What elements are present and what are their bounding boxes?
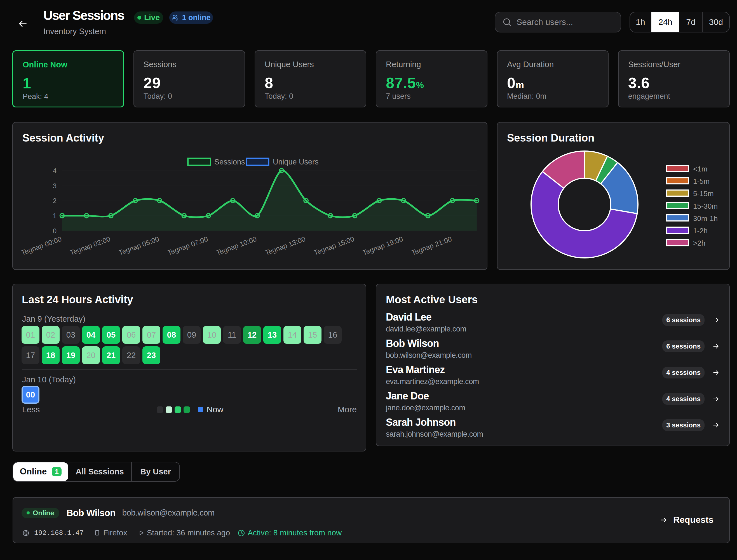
svg-text:1: 1	[53, 212, 57, 220]
svg-text:>2h: >2h	[693, 239, 705, 247]
svg-text:Sessions: Sessions	[214, 158, 245, 166]
svg-text:Tegnap 00:00: Tegnap 00:00	[20, 235, 63, 257]
svg-text:5-15m: 5-15m	[693, 189, 714, 198]
svg-text:2: 2	[53, 197, 57, 204]
svg-text:Tegnap 05:00: Tegnap 05:00	[118, 235, 160, 257]
svg-text:<1m: <1m	[693, 165, 707, 173]
svg-text:30m-1h: 30m-1h	[693, 214, 718, 223]
svg-text:Tegnap 19:00: Tegnap 19:00	[362, 235, 404, 257]
svg-text:4: 4	[53, 167, 57, 175]
svg-text:0: 0	[53, 227, 57, 235]
svg-text:Tegnap 10:00: Tegnap 10:00	[215, 235, 258, 257]
svg-text:Unique Users: Unique Users	[273, 158, 319, 166]
svg-text:3: 3	[53, 182, 57, 190]
svg-text:Tegnap 13:00: Tegnap 13:00	[264, 235, 306, 257]
svg-text:1-2h: 1-2h	[693, 227, 708, 235]
svg-text:Tegnap 15:00: Tegnap 15:00	[313, 235, 355, 257]
svg-text:1-5m: 1-5m	[693, 177, 710, 185]
svg-text:Tegnap 02:00: Tegnap 02:00	[69, 235, 111, 257]
svg-text:15-30m: 15-30m	[693, 202, 718, 210]
svg-text:Tegnap 07:00: Tegnap 07:00	[166, 235, 209, 257]
svg-text:Tegnap 21:00: Tegnap 21:00	[410, 235, 453, 257]
